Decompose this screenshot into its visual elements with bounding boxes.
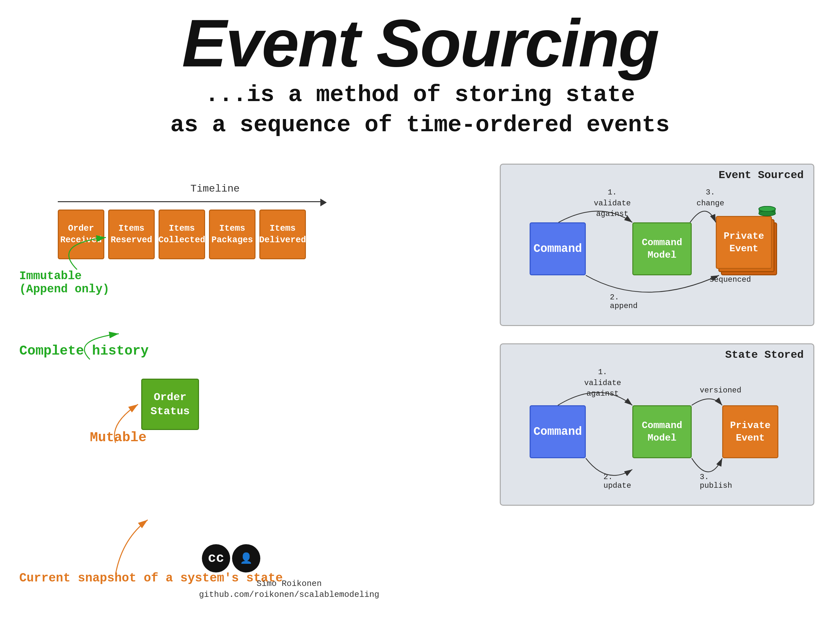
event-box-items-reserved: ItemsReserved (108, 210, 155, 259)
d1-private-event-stack: PrivateEvent (716, 216, 780, 280)
order-status-box: OrderStatus (141, 379, 199, 430)
event-box-items-packages: ItemsPackages (209, 210, 256, 259)
d1-annot-validate: 1.validateagainst (594, 187, 631, 219)
d2-annot-update: 2.update (603, 473, 631, 490)
subtitle-line2: as a sequence of time-ordered events (0, 110, 840, 140)
cc-badge-cc: cc (202, 544, 230, 573)
event-sourced-diagram: Event Sourced Command CommandModel Priva… (500, 164, 814, 326)
d1-annot-append: 2.append (610, 293, 638, 310)
left-section: Timeline OrderReceived ItemsReserved Ite… (19, 173, 372, 259)
d1-annot-change: 3.change (696, 187, 724, 208)
main-title: Event Sourcing (0, 0, 840, 77)
event-box-items-collected: ItemsCollected (159, 210, 205, 259)
snapshot-arrow-svg (19, 449, 212, 590)
d2-annot-validate: 1.validateagainst (584, 367, 621, 399)
state-stored-title: State Stored (725, 349, 804, 361)
subtitle-line1: ...is a method of storing state (0, 80, 840, 110)
timeline-arrowhead (321, 199, 327, 206)
cc-badge-by: 👤 (232, 544, 260, 573)
events-row: OrderReceived ItemsReserved ItemsCollect… (58, 210, 372, 259)
timeline-arrow-line (58, 201, 321, 202)
timeline-area: Timeline OrderReceived ItemsReserved Ite… (19, 183, 372, 259)
subtitle: ...is a method of storing state as a seq… (0, 77, 840, 144)
d2-command-box: Command (530, 405, 586, 458)
d1-command-model-box: CommandModel (632, 223, 692, 275)
d1-annot-sequenced: sequenced (709, 275, 751, 284)
author-github: github.com/roikonen/scalablemodeling (199, 590, 379, 600)
immutable-label: Immutable(Append only) (19, 270, 109, 296)
complete-history-label: Complete history (19, 343, 148, 359)
d1-pe-front: PrivateEvent (716, 216, 772, 269)
d2-annot-versioned: versioned (700, 386, 742, 395)
d2-command-model-box: CommandModel (632, 405, 692, 458)
event-sourced-title: Event Sourced (718, 169, 804, 181)
timeline-label: Timeline (58, 183, 372, 195)
author-name: Simo Roikonen (199, 579, 379, 589)
d1-command-box: Command (530, 223, 586, 275)
state-stored-diagram: State Stored Command CommandModel Privat… (500, 343, 814, 506)
cc-logo: cc 👤 Simo Roikonen github.com/roikonen/s… (199, 539, 379, 600)
d2-annot-publish: 3.publish (700, 473, 732, 490)
d1-db-icon (758, 206, 777, 217)
d2-private-event-box: PrivateEvent (722, 405, 778, 458)
mutable-label: Mutable (90, 430, 146, 445)
event-box-items-delivered: ItemsDelivered (259, 210, 306, 259)
event-box-order-received: OrderReceived (58, 210, 104, 259)
svg-point-7 (759, 206, 775, 211)
timeline-arrow (58, 197, 372, 207)
cc-circle: cc 👤 (199, 539, 263, 578)
